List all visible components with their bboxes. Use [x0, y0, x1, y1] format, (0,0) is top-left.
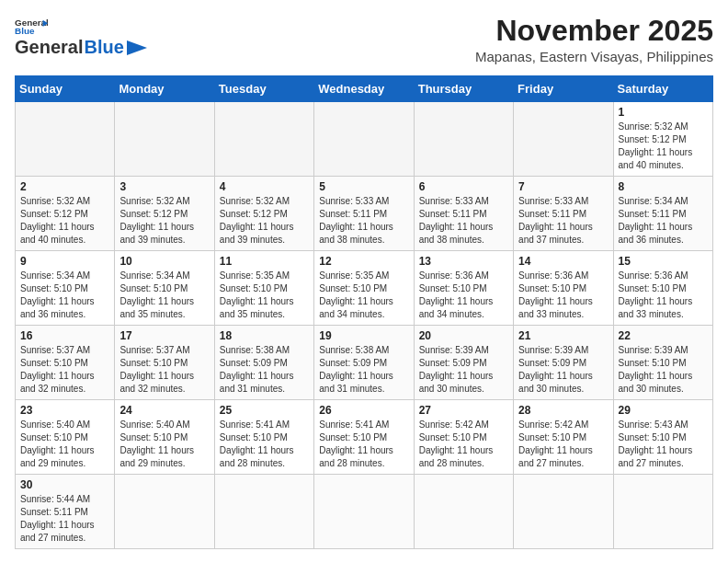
calendar-day-cell: [115, 475, 214, 549]
calendar-day-cell: [214, 475, 313, 549]
calendar-day-cell: 16Sunrise: 5:37 AM Sunset: 5:10 PM Dayli…: [16, 326, 115, 400]
calendar-day-cell: [613, 475, 712, 549]
calendar-day-cell: 3Sunrise: 5:32 AM Sunset: 5:12 PM Daylig…: [115, 177, 214, 251]
calendar-day-cell: 23Sunrise: 5:40 AM Sunset: 5:10 PM Dayli…: [16, 400, 115, 475]
title-block: November 2025 Mapanas, Eastern Visayas, …: [475, 15, 713, 64]
day-info: Sunrise: 5:40 AM Sunset: 5:10 PM Dayligh…: [119, 419, 209, 470]
calendar-day-cell: [314, 102, 414, 177]
day-number: 22: [619, 329, 708, 342]
day-number: 3: [119, 180, 209, 193]
day-info: Sunrise: 5:37 AM Sunset: 5:10 PM Dayligh…: [119, 344, 209, 396]
calendar-day-cell: 15Sunrise: 5:36 AM Sunset: 5:10 PM Dayli…: [613, 251, 712, 326]
calendar-day-cell: [414, 475, 513, 549]
calendar-day-cell: 28Sunrise: 5:42 AM Sunset: 5:10 PM Dayli…: [514, 400, 613, 475]
day-number: 15: [619, 255, 708, 268]
day-info: Sunrise: 5:36 AM Sunset: 5:10 PM Dayligh…: [518, 270, 608, 321]
day-info: Sunrise: 5:38 AM Sunset: 5:09 PM Dayligh…: [220, 344, 309, 396]
day-number: 8: [619, 180, 708, 193]
svg-text:Blue: Blue: [15, 26, 35, 35]
svg-marker-3: [127, 40, 147, 55]
day-info: Sunrise: 5:41 AM Sunset: 5:10 PM Dayligh…: [220, 419, 309, 470]
day-info: Sunrise: 5:39 AM Sunset: 5:10 PM Dayligh…: [619, 344, 708, 396]
calendar-day-cell: 14Sunrise: 5:36 AM Sunset: 5:10 PM Dayli…: [514, 251, 613, 326]
calendar-day-cell: 11Sunrise: 5:35 AM Sunset: 5:10 PM Dayli…: [214, 251, 313, 326]
day-number: 20: [419, 329, 508, 342]
logo-arrow-icon: [127, 40, 147, 55]
day-info: Sunrise: 5:41 AM Sunset: 5:10 PM Dayligh…: [319, 419, 408, 470]
calendar-day-cell: 21Sunrise: 5:39 AM Sunset: 5:09 PM Dayli…: [514, 326, 613, 400]
calendar-header-row: SundayMondayTuesdayWednesdayThursdayFrid…: [16, 76, 713, 102]
day-number: 16: [20, 329, 109, 342]
day-info: Sunrise: 5:35 AM Sunset: 5:10 PM Dayligh…: [220, 270, 309, 321]
logo-general-text: General: [15, 37, 83, 58]
day-number: 1: [619, 106, 708, 119]
day-number: 11: [220, 255, 309, 268]
day-number: 13: [419, 255, 508, 268]
calendar-day-cell: [514, 475, 613, 549]
calendar-day-cell: [414, 102, 513, 177]
day-number: 4: [220, 180, 309, 193]
col-header-friday: Friday: [514, 76, 613, 102]
day-info: Sunrise: 5:34 AM Sunset: 5:11 PM Dayligh…: [619, 195, 708, 247]
day-info: Sunrise: 5:36 AM Sunset: 5:10 PM Dayligh…: [619, 270, 708, 321]
day-number: 14: [518, 255, 608, 268]
day-info: Sunrise: 5:37 AM Sunset: 5:10 PM Dayligh…: [20, 344, 109, 396]
day-info: Sunrise: 5:39 AM Sunset: 5:09 PM Dayligh…: [518, 344, 608, 396]
calendar-week-row: 9Sunrise: 5:34 AM Sunset: 5:10 PM Daylig…: [16, 251, 713, 326]
day-number: 23: [20, 404, 109, 417]
day-info: Sunrise: 5:33 AM Sunset: 5:11 PM Dayligh…: [518, 195, 608, 247]
logo: General Blue General Blue: [15, 15, 147, 58]
calendar-day-cell: 27Sunrise: 5:42 AM Sunset: 5:10 PM Dayli…: [414, 400, 513, 475]
day-info: Sunrise: 5:33 AM Sunset: 5:11 PM Dayligh…: [319, 195, 408, 247]
calendar-day-cell: 12Sunrise: 5:35 AM Sunset: 5:10 PM Dayli…: [314, 251, 414, 326]
day-number: 28: [518, 404, 608, 417]
calendar-day-cell: [214, 102, 313, 177]
calendar-day-cell: [16, 102, 115, 177]
day-info: Sunrise: 5:42 AM Sunset: 5:10 PM Dayligh…: [518, 419, 608, 470]
calendar-day-cell: 9Sunrise: 5:34 AM Sunset: 5:10 PM Daylig…: [16, 251, 115, 326]
calendar-day-cell: 4Sunrise: 5:32 AM Sunset: 5:12 PM Daylig…: [214, 177, 313, 251]
calendar-day-cell: 30Sunrise: 5:44 AM Sunset: 5:11 PM Dayli…: [16, 475, 115, 549]
calendar-day-cell: 20Sunrise: 5:39 AM Sunset: 5:09 PM Dayli…: [414, 326, 513, 400]
calendar-day-cell: [314, 475, 414, 549]
col-header-saturday: Saturday: [613, 76, 712, 102]
day-info: Sunrise: 5:38 AM Sunset: 5:09 PM Dayligh…: [319, 344, 408, 396]
calendar-week-row: 2Sunrise: 5:32 AM Sunset: 5:12 PM Daylig…: [16, 177, 713, 251]
page-header: General Blue General Blue November 2025 …: [15, 15, 713, 64]
day-number: 6: [419, 180, 508, 193]
day-number: 2: [20, 180, 109, 193]
day-info: Sunrise: 5:44 AM Sunset: 5:11 PM Dayligh…: [20, 493, 109, 545]
day-number: 26: [319, 404, 408, 417]
logo-blue-text: Blue: [84, 37, 123, 58]
day-number: 5: [319, 180, 408, 193]
day-number: 17: [119, 329, 209, 342]
day-number: 30: [20, 478, 109, 491]
calendar-day-cell: 7Sunrise: 5:33 AM Sunset: 5:11 PM Daylig…: [514, 177, 613, 251]
calendar-day-cell: 26Sunrise: 5:41 AM Sunset: 5:10 PM Dayli…: [314, 400, 414, 475]
day-number: 12: [319, 255, 408, 268]
day-info: Sunrise: 5:43 AM Sunset: 5:10 PM Dayligh…: [619, 419, 708, 470]
day-info: Sunrise: 5:32 AM Sunset: 5:12 PM Dayligh…: [119, 195, 209, 247]
day-number: 29: [619, 404, 708, 417]
col-header-wednesday: Wednesday: [314, 76, 414, 102]
day-number: 25: [220, 404, 309, 417]
day-number: 24: [119, 404, 209, 417]
day-info: Sunrise: 5:32 AM Sunset: 5:12 PM Dayligh…: [220, 195, 309, 247]
day-info: Sunrise: 5:36 AM Sunset: 5:10 PM Dayligh…: [419, 270, 508, 321]
calendar-day-cell: 2Sunrise: 5:32 AM Sunset: 5:12 PM Daylig…: [16, 177, 115, 251]
calendar-day-cell: 18Sunrise: 5:38 AM Sunset: 5:09 PM Dayli…: [214, 326, 313, 400]
calendar-day-cell: 29Sunrise: 5:43 AM Sunset: 5:10 PM Dayli…: [613, 400, 712, 475]
day-info: Sunrise: 5:34 AM Sunset: 5:10 PM Dayligh…: [20, 270, 109, 321]
calendar-day-cell: 25Sunrise: 5:41 AM Sunset: 5:10 PM Dayli…: [214, 400, 313, 475]
day-number: 21: [518, 329, 608, 342]
col-header-tuesday: Tuesday: [214, 76, 313, 102]
calendar-day-cell: [514, 102, 613, 177]
col-header-monday: Monday: [115, 76, 214, 102]
col-header-thursday: Thursday: [414, 76, 513, 102]
day-number: 10: [119, 255, 209, 268]
calendar-day-cell: 24Sunrise: 5:40 AM Sunset: 5:10 PM Dayli…: [115, 400, 214, 475]
logo-icon: General Blue: [15, 17, 48, 35]
calendar-day-cell: [115, 102, 214, 177]
calendar-day-cell: 13Sunrise: 5:36 AM Sunset: 5:10 PM Dayli…: [414, 251, 513, 326]
day-number: 19: [319, 329, 408, 342]
